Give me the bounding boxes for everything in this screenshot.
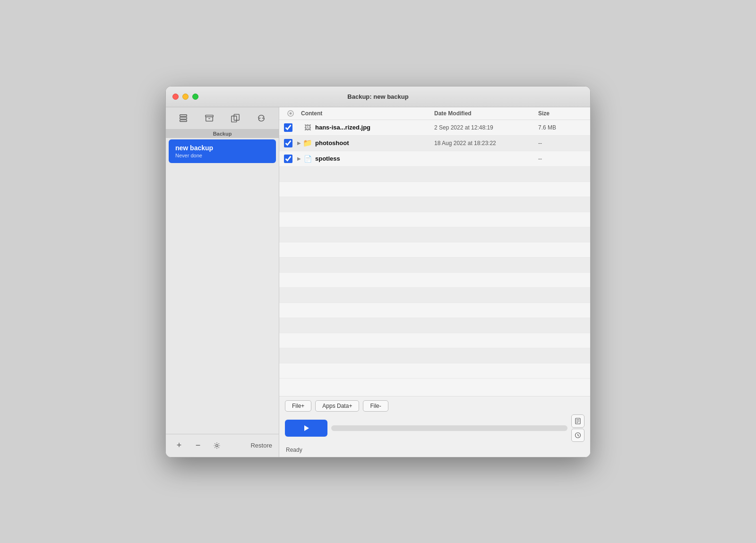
- main-content: Backup new backup Never done + − Re: [166, 107, 590, 457]
- empty-row: [279, 227, 590, 242]
- empty-row: [279, 273, 590, 288]
- log-button[interactable]: [571, 414, 584, 428]
- empty-row: [279, 318, 590, 333]
- progress-bar: [331, 425, 567, 431]
- start-backup-button[interactable]: [285, 420, 327, 437]
- file-list: 🖼 hans-isa...rized.jpg 2 Sep 2022 at 12:…: [279, 120, 590, 396]
- folder-icon: 📁: [303, 138, 312, 148]
- svg-rect-3: [206, 115, 213, 117]
- sidebar: Backup new backup Never done + − Re: [166, 107, 279, 457]
- column-header-row: Content Date Modified Size: [279, 107, 590, 120]
- status-label: Ready: [279, 446, 590, 457]
- empty-row: [279, 303, 590, 318]
- file-date-1: 2 Sep 2022 at 12:48:19: [434, 124, 538, 131]
- empty-row: [279, 348, 590, 363]
- file-checkbox-3[interactable]: [284, 155, 292, 163]
- copy-button[interactable]: [227, 111, 244, 125]
- app-window: Backup: new backup: [165, 86, 591, 457]
- empty-row: [279, 197, 590, 212]
- document-icon: 📄: [303, 154, 312, 164]
- file-plus-button[interactable]: File+: [285, 400, 311, 412]
- list-view-button[interactable]: [175, 111, 192, 125]
- file-name-3: spotless: [315, 155, 434, 162]
- apps-data-plus-button[interactable]: Apps Data+: [315, 400, 359, 412]
- sidebar-section-header: Backup: [166, 129, 279, 138]
- col-header-size: Size: [538, 110, 585, 117]
- empty-row: [279, 182, 590, 197]
- image-file-icon: 🖼: [303, 123, 312, 132]
- archive-button[interactable]: [201, 111, 218, 125]
- file-size-3: --: [538, 155, 585, 162]
- file-date-2: 18 Aug 2022 at 18:23:22: [434, 140, 538, 147]
- file-size-1: 7.6 MB: [538, 124, 585, 131]
- file-name-1: hans-isa...rized.jpg: [315, 124, 434, 131]
- file-expand-2[interactable]: ▶: [295, 140, 303, 146]
- maximize-button[interactable]: [192, 94, 198, 100]
- sync-button[interactable]: [253, 111, 270, 125]
- sidebar-toolbar: [166, 107, 279, 129]
- table-row: 🖼 hans-isa...rized.jpg 2 Sep 2022 at 12:…: [279, 120, 590, 136]
- file-checkbox-1[interactable]: [284, 123, 292, 132]
- empty-row: [279, 258, 590, 273]
- footer-icon-buttons: [571, 414, 584, 442]
- svg-rect-1: [180, 117, 187, 119]
- add-backup-button[interactable]: +: [172, 439, 186, 452]
- svg-point-8: [290, 112, 292, 114]
- empty-row: [279, 288, 590, 303]
- col-header-content: Content: [297, 110, 434, 117]
- file-expand-3[interactable]: ▶: [295, 156, 303, 161]
- history-button[interactable]: [571, 429, 584, 442]
- svg-point-6: [216, 444, 218, 447]
- file-size-2: --: [538, 140, 585, 147]
- svg-marker-9: [304, 425, 309, 431]
- sidebar-item-subtitle: Never done: [175, 153, 269, 158]
- header-icon: [284, 110, 297, 117]
- sidebar-items: new backup Never done: [166, 138, 279, 434]
- file-name-2: photoshoot: [315, 139, 434, 147]
- table-row: ▶ 📁 photoshoot 18 Aug 2022 at 18:23:22 -…: [279, 136, 590, 151]
- footer-action-buttons: File+ Apps Data+ File-: [279, 396, 590, 414]
- empty-row: [279, 333, 590, 348]
- window-title: Backup: new backup: [347, 93, 408, 100]
- file-checkbox-2[interactable]: [284, 139, 292, 147]
- table-row: ▶ 📄 spotless --: [279, 151, 590, 167]
- sidebar-item-name: new backup: [175, 144, 269, 152]
- empty-row: [279, 212, 590, 227]
- svg-rect-2: [180, 120, 187, 121]
- empty-row: [279, 167, 590, 182]
- restore-button[interactable]: Restore: [250, 442, 272, 449]
- sidebar-item-new-backup[interactable]: new backup Never done: [169, 139, 276, 163]
- col-header-date: Date Modified: [434, 110, 538, 117]
- empty-row: [279, 363, 590, 379]
- content-footer: File+ Apps Data+ File-: [279, 396, 590, 457]
- footer-progress-row: [279, 414, 590, 446]
- titlebar: Backup: new backup: [166, 86, 590, 107]
- file-minus-button[interactable]: File-: [363, 400, 388, 412]
- svg-rect-0: [180, 114, 187, 116]
- sidebar-footer: + − Restore: [166, 434, 279, 457]
- content-area: Content Date Modified Size 🖼 hans-isa...…: [279, 107, 590, 457]
- minimize-button[interactable]: [182, 94, 189, 100]
- settings-button[interactable]: [210, 439, 223, 452]
- window-controls: [172, 94, 198, 100]
- empty-row: [279, 242, 590, 258]
- close-button[interactable]: [172, 94, 179, 100]
- remove-backup-button[interactable]: −: [191, 439, 205, 452]
